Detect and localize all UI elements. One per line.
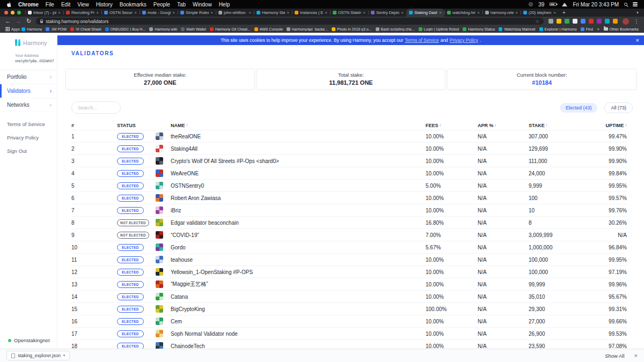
validator-name[interactable]: BigCryptoKing — [171, 306, 426, 312]
extension-icon[interactable] — [597, 19, 602, 24]
browser-tab[interactable]: Recruiting Proce...× — [63, 9, 101, 17]
tab-close-icon[interactable]: × — [287, 10, 289, 15]
validator-row[interactable]: 6ELECTEDRobert Aron Zawiasa10.00%N/A1009… — [71, 191, 627, 204]
validator-row[interactable]: 8NOT ELECTEDEdgar validator beaconchain1… — [71, 216, 627, 228]
record-status-icon[interactable] — [529, 2, 533, 6]
bookmark-item[interactable]: AWS Console — [254, 27, 283, 31]
spotlight-search-icon[interactable] — [624, 3, 627, 6]
browser-tab[interactable]: Inbox (7) - john...× — [25, 9, 63, 17]
tab-close-icon[interactable]: × — [553, 10, 556, 15]
site-info-lock-icon[interactable] — [40, 21, 43, 23]
menubar-item-file[interactable]: File — [46, 2, 54, 8]
tab-close-icon[interactable]: × — [134, 10, 137, 15]
download-chevron-icon[interactable]: ▾ — [63, 353, 65, 358]
browser-tab[interactable]: Simple Rules - C...× — [178, 9, 216, 17]
window-zoom-button[interactable] — [17, 11, 21, 14]
tab-close-icon[interactable]: × — [515, 10, 518, 15]
menubar-item-people[interactable]: People — [153, 2, 170, 8]
validator-name[interactable]: Robert Aron Zawiasa — [171, 195, 426, 201]
show-all-button[interactable]: Show All — [605, 353, 624, 359]
column-header[interactable]: NAME↑ — [171, 123, 426, 128]
browser-tab[interactable]: OSTN Staking To...× — [330, 9, 368, 17]
sidebar-item-portfolio[interactable]: Portfolio › — [0, 70, 57, 84]
validator-row[interactable]: 15ELECTEDBigCryptoKing100.00%N/A29,30099… — [71, 302, 627, 315]
validator-name[interactable]: “COVID-19” — [171, 232, 426, 238]
bookmark-item[interactable]: JW POW — [46, 27, 67, 31]
extension-icon[interactable] — [565, 19, 569, 24]
validator-row[interactable]: 11ELECTEDteahouse10.00%N/A100,00099.95% — [71, 253, 627, 265]
sidebar-item-networks[interactable]: Networks › — [0, 98, 57, 112]
tab-close-icon[interactable]: × — [363, 10, 365, 15]
notification-count-badge[interactable]: 39 — [538, 2, 544, 8]
bookmark-item[interactable]: Harmony — [21, 27, 42, 31]
tab-close-icon[interactable]: × — [210, 10, 213, 15]
terms-of-service-link[interactable]: Terms of Service — [0, 117, 57, 131]
address-bar[interactable]: staking.harmony.one/validators ☆ — [36, 18, 544, 25]
menubar-item-chrome[interactable]: Chrome — [18, 2, 39, 8]
validator-name[interactable]: ChainodeTech — [171, 343, 426, 349]
validator-row[interactable]: 3ELECTEDCrypto's Wolf Of All Streets #P-… — [71, 154, 627, 167]
bookmark-item[interactable]: Bash scripting che... — [376, 27, 415, 31]
validator-name[interactable]: Catana — [171, 294, 426, 300]
validator-name[interactable]: theRealONE — [171, 134, 426, 139]
column-header[interactable]: APR %↑ — [478, 123, 529, 128]
menubar-item-history[interactable]: History — [96, 2, 113, 8]
browser-menu-button[interactable]: ⋮ — [634, 18, 639, 24]
browser-tab[interactable]: john whitton: pro...× — [216, 9, 254, 17]
menubar-item-tab[interactable]: Tab — [177, 2, 186, 8]
validator-name[interactable]: teahouse — [171, 257, 426, 263]
extension-icon[interactable] — [557, 19, 561, 24]
tab-search-chevron-icon[interactable]: ▾ — [631, 10, 644, 15]
extension-icon[interactable] — [581, 19, 586, 24]
filter-all-pill[interactable]: All (73) — [604, 102, 633, 113]
privacy-policy-link[interactable]: Privacy Policy — [450, 38, 478, 43]
bookmark-item[interactable]: Harmony Status — [463, 27, 495, 31]
browser-tab[interactable]: mute - Google D...× — [140, 9, 178, 17]
extension-icon[interactable] — [589, 19, 594, 24]
tab-close-icon[interactable]: × — [172, 10, 175, 15]
validator-name[interactable]: “Maggie王艺格” — [171, 280, 426, 288]
reload-button[interactable]: ↻ — [26, 18, 31, 24]
shelf-close-icon[interactable]: × — [634, 352, 638, 359]
validator-name[interactable]: Cem — [171, 319, 426, 324]
bookmark-star-icon[interactable]: ☆ — [535, 19, 539, 24]
bookmarks-overflow-icon[interactable]: » — [597, 27, 599, 31]
browser-tab[interactable]: watchdog.hmny...× — [444, 9, 482, 17]
menubar-item-bookmarks[interactable]: Bookmarks — [120, 2, 147, 8]
battery-icon[interactable] — [550, 3, 557, 6]
validator-row[interactable]: 4ELECTEDWeAreONE10.00%N/A24,00099.84% — [71, 167, 627, 179]
filter-elected-pill[interactable]: Elected (43) — [560, 103, 598, 113]
menubar-item-help[interactable]: Help — [219, 2, 230, 8]
tab-close-icon[interactable]: × — [477, 10, 480, 15]
validator-name[interactable]: OSTNSentry0 — [171, 183, 426, 189]
browser-tab[interactable]: Sentry Deploym...× — [368, 9, 406, 17]
column-header[interactable]: FEES↑ — [426, 123, 478, 128]
bookmark-item[interactable]: Harmony wiki — [149, 27, 177, 31]
validator-row[interactable]: 5ELECTEDOSTNSentry05.00%N/A9,99999.95% — [71, 179, 627, 191]
bookmark-item[interactable]: ONEUSDC | Buy H... — [105, 27, 146, 31]
column-header[interactable]: STAKE↑ — [529, 123, 587, 128]
wifi-icon[interactable] — [562, 3, 567, 6]
tab-close-icon[interactable]: × — [401, 10, 404, 15]
validator-row[interactable]: 10ELECTEDGordo5.67%N/A1,000,00096.84% — [71, 241, 627, 253]
menubar-item-view[interactable]: View — [77, 2, 89, 8]
bookmark-item[interactable]: Photo in 2019 q3 o... — [332, 27, 372, 31]
validator-row[interactable]: 7ELECTEDiBriz10.00%N/A1099.76% — [71, 204, 627, 216]
url-text[interactable]: staking.harmony.one/validators — [46, 19, 532, 24]
column-header[interactable]: UPTIME↑ — [587, 123, 627, 128]
menu-clock[interactable]: Fri Mar 20 3:43 PM — [573, 2, 619, 8]
bookmark-item[interactable]: Watchdog Mainnet — [499, 27, 535, 31]
search-input[interactable] — [71, 101, 121, 114]
bookmark-item[interactable]: VI Cheat Sheet — [70, 27, 101, 31]
menubar-item-window[interactable]: Window — [193, 2, 212, 8]
apple-icon[interactable] — [6, 2, 11, 8]
browser-tab[interactable]: Staking Dashbo...× — [406, 9, 444, 17]
browser-tab[interactable]: OSTN Security In...× — [101, 9, 140, 17]
validator-row[interactable]: 16ELECTEDCem10.00%N/A27,00099.66% — [71, 315, 627, 327]
validator-row[interactable]: 2ELECTEDStaking4All10.00%N/A129,69999.90… — [71, 142, 627, 154]
validator-name[interactable]: Soph Normal Validator node — [171, 331, 426, 337]
validator-row[interactable]: 18ELECTEDChainodeTech10.00%N/A23,59097.0… — [71, 339, 627, 349]
validator-name[interactable]: Crypto's Wolf Of All Streets #P-Ops <sha… — [171, 158, 426, 164]
tab-close-icon[interactable]: × — [439, 10, 442, 15]
validator-name[interactable]: Yellowsin_1-OpenStaking #P-OPS — [171, 269, 426, 275]
